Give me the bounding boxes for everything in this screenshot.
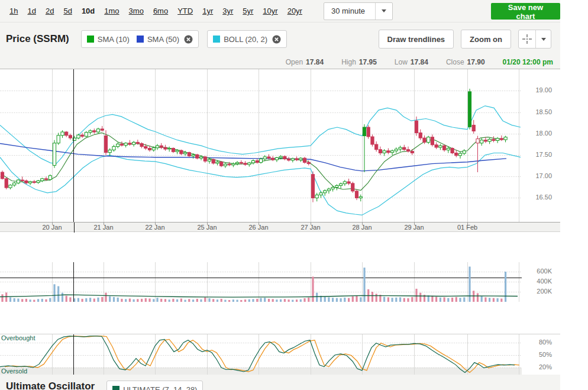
price-axis-label: 17.50	[524, 151, 552, 158]
price-stats-row: Open17.84 High17.95 Low17.84 Close17.90 …	[0, 56, 560, 69]
date-axis-label: 22 Jan	[145, 224, 164, 231]
date-axis-label: 21 Jan	[93, 224, 113, 231]
range-1h[interactable]: 1h	[9, 7, 18, 15]
save-new-chart-button[interactable]: Save new chart	[491, 3, 560, 20]
date-axis: 20 Jan21 Jan22 Jan25 Jan26 Jan27 Jan28 J…	[0, 222, 560, 232]
range-6mo[interactable]: 6mo	[153, 7, 168, 15]
price-axis-label: 16.50	[524, 194, 552, 201]
volume-chart[interactable]: 600K400K200K	[0, 262, 560, 302]
price-chart[interactable]: 19.0018.5018.0017.5017.0016.50	[0, 69, 560, 222]
range-3yr[interactable]: 3yr	[222, 7, 233, 15]
crosshair-timestamp: 01/20 12:00 pm	[503, 58, 553, 66]
range-20yr[interactable]: 20yr	[287, 7, 302, 15]
crosshair-options-button[interactable]	[535, 30, 551, 48]
interval-select[interactable]: 30 minute	[324, 2, 393, 20]
crosshair-tool-button[interactable]	[519, 30, 535, 48]
high-stat: High17.95	[341, 58, 377, 66]
price-section-title: Price (SSRM)	[6, 33, 69, 45]
boll-label: BOLL (20, 2)	[224, 35, 267, 44]
range-toolbar: 1h1d2d5d10d1mo3mo6moYTD1yr3yr5yr10yr20yr…	[0, 0, 560, 22]
range-1d[interactable]: 1d	[27, 7, 35, 15]
range-5yr[interactable]: 5yr	[243, 7, 253, 15]
price-chart-canvas[interactable]	[0, 69, 560, 222]
zoom-on-button[interactable]: Zoom on	[461, 30, 511, 49]
draw-trendlines-button[interactable]: Draw trendlines	[379, 30, 454, 49]
chevron-down-icon	[541, 38, 546, 43]
boll-legend-chip[interactable]: BOLL (20, 2)	[207, 30, 287, 48]
sma50-label: SMA (50)	[147, 35, 179, 44]
price-axis-label: 18.00	[524, 130, 552, 137]
stochastic-axis-label: 50%	[524, 351, 552, 358]
range-links: 1h1d2d5d10d1mo3mo6moYTD1yr3yr5yr10yr20yr	[5, 7, 307, 15]
date-axis-label: 01 Feb	[457, 224, 477, 231]
overbought-label: Overbought	[1, 334, 35, 341]
low-stat: Low17.84	[395, 58, 428, 66]
price-axis-label: 17.00	[524, 172, 552, 179]
date-axis-label: 20 Jan	[42, 224, 62, 231]
range-2d[interactable]: 2d	[46, 7, 54, 15]
range-10yr[interactable]: 10yr	[263, 7, 277, 15]
chevron-down-icon	[382, 9, 386, 15]
volume-axis-label: 400K	[524, 278, 552, 285]
volume-axis-label: 200K	[524, 288, 552, 295]
stochastic-axis-label: 20%	[524, 363, 552, 370]
sma50-swatch-icon	[137, 36, 144, 43]
range-ytd[interactable]: YTD	[177, 7, 193, 15]
ultimate-section-header: Ultimate Oscillator ULTIMATE (7, 14, 28)	[0, 375, 560, 390]
open-stat: Open17.84	[286, 58, 324, 66]
crosshair-tool-split-button	[518, 30, 551, 49]
ultimate-legend-chip[interactable]: ULTIMATE (7, 14, 28)	[106, 381, 203, 390]
range-1mo[interactable]: 1mo	[104, 7, 119, 15]
crosshair-icon	[522, 34, 532, 44]
ultimate-label: ULTIMATE (7, 14, 28)	[123, 385, 197, 390]
interval-value: 30 minute	[324, 3, 375, 20]
stochastic-chart-canvas[interactable]	[0, 334, 560, 375]
crosshair-line	[74, 223, 75, 233]
date-axis-label: 29 Jan	[404, 224, 424, 231]
range-1yr[interactable]: 1yr	[202, 7, 213, 15]
oversold-label: Oversold	[1, 368, 27, 375]
range-3mo[interactable]: 3mo	[129, 7, 144, 15]
price-axis-label: 18.50	[524, 108, 552, 115]
boll-swatch-icon	[213, 36, 220, 43]
date-axis-label: 27 Jan	[301, 224, 320, 231]
ultimate-swatch-icon	[112, 386, 119, 390]
volume-axis-label: 600K	[524, 267, 552, 275]
date-axis-label: 25 Jan	[197, 224, 217, 231]
date-axis-label: 26 Jan	[248, 224, 268, 231]
sma10-label: SMA (10)	[98, 35, 130, 44]
range-5d[interactable]: 5d	[63, 7, 72, 15]
remove-boll-icon[interactable]	[272, 35, 281, 44]
price-axis-label: 19.00	[524, 86, 552, 94]
ultimate-section-title: Ultimate Oscillator	[6, 381, 95, 390]
interval-caret[interactable]	[375, 3, 392, 20]
stochastic-axis-label: 80%	[524, 339, 552, 346]
price-section-header: Price (SSRM) SMA (10) SMA (50) BOLL (20,…	[0, 22, 560, 56]
volume-chart-canvas[interactable]	[0, 262, 560, 302]
date-axis-label: 28 Jan	[352, 224, 371, 231]
sma-legend-chip[interactable]: SMA (10) SMA (50)	[81, 30, 199, 48]
remove-sma-icon[interactable]	[184, 35, 193, 44]
stochastic-chart[interactable]: Overbought Oversold 80%50%20%	[0, 334, 560, 375]
close-stat: Close17.90	[446, 58, 485, 66]
chart-application: 1h1d2d5d10d1mo3mo6moYTD1yr3yr5yr10yr20yr…	[0, 0, 588, 390]
sma10-swatch-icon	[87, 36, 94, 43]
range-10d[interactable]: 10d	[82, 7, 95, 15]
